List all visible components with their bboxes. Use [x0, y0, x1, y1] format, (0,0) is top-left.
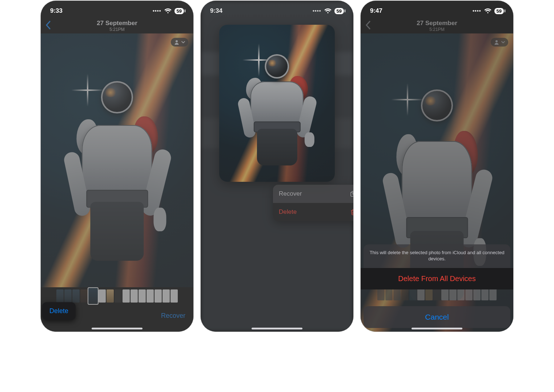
wifi-icon — [164, 8, 172, 14]
status-time: 9:34 — [210, 7, 222, 15]
cancel-button[interactable]: Cancel — [364, 306, 510, 328]
person-icon — [494, 39, 499, 45]
svg-point-0 — [176, 40, 178, 43]
trash-icon — [349, 208, 353, 216]
back-chevron-icon[interactable] — [45, 20, 52, 30]
recover-button[interactable]: Recover — [161, 312, 185, 320]
battery-indicator: 59 — [494, 8, 504, 14]
chevron-down-icon — [181, 40, 185, 44]
cellular-dots-icon: •••• — [473, 8, 481, 14]
status-bar: 9:33 •••• 59 — [41, 1, 193, 18]
status-time: 9:47 — [370, 7, 382, 15]
battery-indicator: 59 — [334, 8, 344, 14]
cellular-dots-icon: •••• — [313, 8, 321, 14]
status-bar: 9:47 •••• 59 — [361, 1, 513, 18]
context-menu-delete[interactable]: Delete — [273, 203, 353, 221]
home-indicator[interactable] — [412, 328, 462, 329]
wifi-icon — [324, 8, 332, 14]
people-badge[interactable] — [171, 38, 188, 47]
status-time: 9:33 — [50, 7, 63, 15]
context-menu: Recover Delete — [273, 185, 353, 221]
battery-indicator: 59 — [174, 8, 184, 14]
action-sheet-message: This will delete the selected photo from… — [364, 244, 510, 268]
screenshot-3-confirm-delete-sheet: 27 September 5:21PM — [361, 1, 513, 332]
wifi-icon — [484, 8, 491, 14]
nav-subtitle: 5:21PM — [109, 27, 124, 32]
svg-point-1 — [495, 40, 498, 43]
screenshot-2-context-menu: Recover Delete 9:34 •••• 59 — [201, 1, 353, 332]
confirm-delete-action-sheet: This will delete the selected photo from… — [364, 244, 510, 328]
chevron-down-icon — [501, 40, 505, 44]
context-menu-recover[interactable]: Recover — [273, 185, 353, 203]
home-indicator[interactable] — [252, 328, 302, 329]
people-badge[interactable] — [491, 38, 508, 47]
delete-from-all-devices-button[interactable]: Delete From All Devices — [361, 268, 513, 289]
photo-preview-card[interactable] — [219, 25, 335, 182]
home-indicator[interactable] — [92, 328, 142, 329]
delete-context-popover[interactable]: Delete — [42, 302, 76, 320]
status-bar: 9:34 •••• 59 — [201, 1, 353, 18]
nav-title: 27 September — [97, 20, 137, 27]
screenshot-1-deleted-photo-detail: 27 September 5:21PM — [41, 1, 193, 332]
back-chevron-icon[interactable] — [365, 20, 372, 30]
recover-tray-icon — [349, 190, 353, 198]
nav-title: 27 September — [417, 20, 457, 27]
photo-astronaut[interactable] — [41, 33, 193, 287]
context-menu-recover-label: Recover — [279, 190, 302, 197]
nav-header: 27 September 5:21PM — [41, 18, 193, 33]
nav-header: 27 September 5:21PM — [361, 18, 513, 33]
nav-subtitle: 5:21PM — [429, 27, 444, 32]
cellular-dots-icon: •••• — [153, 8, 161, 14]
person-icon — [174, 39, 180, 45]
context-menu-delete-label: Delete — [279, 208, 297, 216]
